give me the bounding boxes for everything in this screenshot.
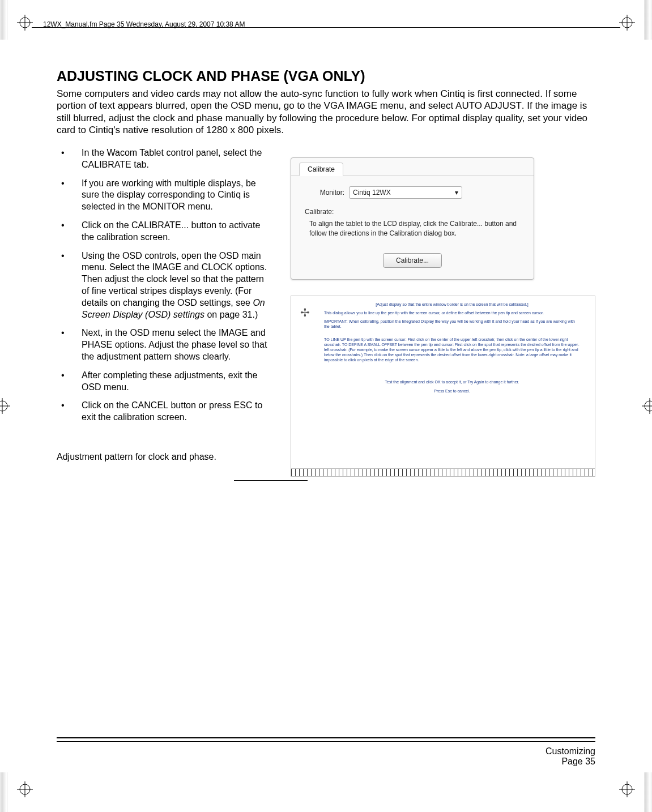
overlay-text: IMPORTANT: When calibrating, position th… — [324, 319, 580, 329]
instruction-list: In the Wacom Tablet control panel, selec… — [57, 147, 274, 424]
monitor-dropdown[interactable]: Cintiq 12WX ▾ — [349, 186, 462, 199]
monitor-value: Cintiq 12WX — [353, 189, 391, 196]
intro-paragraph: Some computers and video cards may not a… — [57, 88, 595, 136]
binding-mark — [644, 772, 652, 812]
list-item: Click on the CALIBRATE... button to acti… — [74, 220, 274, 243]
list-item: Using the OSD controls, open the OSD mai… — [74, 250, 274, 321]
binding-mark — [644, 0, 652, 40]
overlay-text: Press Esc to cancel. — [324, 388, 580, 394]
callout-leader — [234, 480, 308, 481]
calibration-overlay-screenshot: ✢ [Adjust display so that the entire win… — [291, 296, 595, 477]
registration-mark-icon — [17, 781, 33, 797]
header-rule — [32, 27, 620, 28]
page-footer: Customizing Page 35 — [546, 746, 595, 767]
overlay-headline: [Adjust display so that the entire windo… — [324, 302, 580, 307]
monitor-label: Monitor: — [305, 189, 344, 196]
list-item: Click on the CANCEL button or press ESC … — [74, 400, 274, 424]
figure-caption: Adjustment pattern for clock and phase. — [57, 452, 274, 462]
page-title: ADJUSTING CLOCK AND PHASE (VGA ONLY) — [57, 68, 595, 84]
adjustment-pattern-ruler — [291, 468, 595, 476]
overlay-text: This dialog allows you to line up the pe… — [324, 310, 580, 315]
registration-mark-icon — [17, 15, 33, 31]
registration-mark-icon — [0, 398, 10, 414]
list-item: In the Wacom Tablet control panel, selec… — [74, 147, 274, 171]
list-item: After completing these adjustments, exit… — [74, 370, 274, 394]
calibrate-dialog-screenshot: Calibrate Monitor: Cintiq 12WX ▾ Calibra… — [291, 157, 534, 280]
crosshair-icon: ✢ — [300, 305, 310, 320]
overlay-text: TO LINE UP the pen tip with the screen c… — [324, 337, 580, 362]
registration-mark-icon — [619, 15, 635, 31]
footer-rule — [57, 737, 595, 738]
registration-mark-icon — [619, 781, 635, 797]
footer-page: Page 35 — [546, 757, 595, 767]
calibrate-explain-text: To align the tablet to the LCD display, … — [309, 219, 520, 238]
calibrate-button[interactable]: Calibrate... — [383, 253, 442, 268]
tab-calibrate[interactable]: Calibrate — [299, 163, 343, 176]
list-item: If you are working with multiple display… — [74, 178, 274, 213]
binding-mark — [0, 0, 8, 40]
binding-mark — [0, 772, 8, 812]
calibrate-section-label: Calibrate: — [305, 208, 520, 216]
footer-rule — [57, 741, 595, 742]
overlay-text: Test the alignment and click OK to accep… — [324, 379, 580, 384]
list-item: Next, in the OSD menu select the IMAGE a… — [74, 327, 274, 362]
chevron-down-icon: ▾ — [455, 189, 458, 196]
registration-mark-icon — [642, 398, 652, 414]
footer-section: Customizing — [546, 746, 595, 757]
